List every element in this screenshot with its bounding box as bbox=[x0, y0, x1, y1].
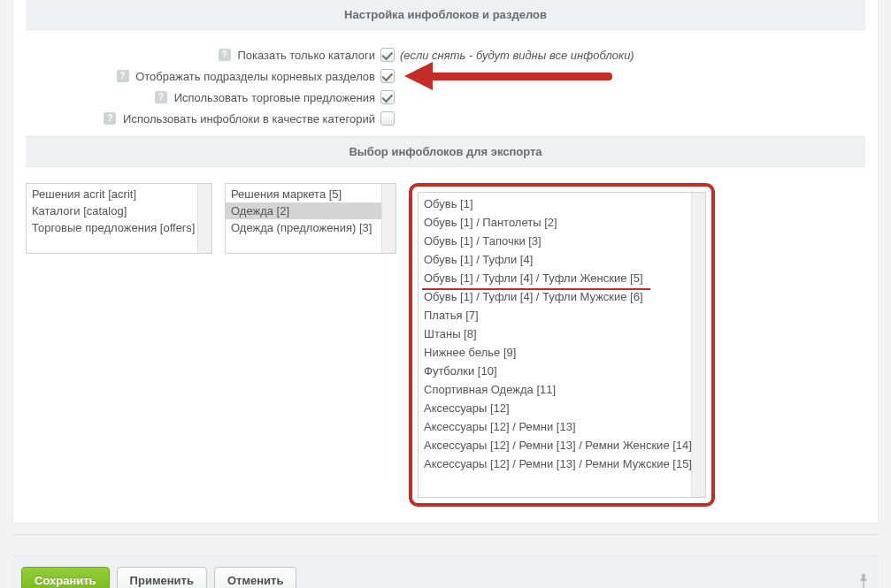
save-button[interactable]: Сохранить bbox=[21, 567, 110, 588]
list-item[interactable]: Торговые предложения [offers] bbox=[27, 219, 198, 236]
list-item[interactable]: Футболки [10] bbox=[419, 362, 692, 380]
setting-row-iblocks-as-categories: ? Использовать инфоблоки в качестве кате… bbox=[26, 108, 865, 129]
scrollbar[interactable] bbox=[381, 184, 396, 253]
settings-block: ? Показать только каталоги (если снять -… bbox=[13, 30, 878, 136]
section-heading-settings: Настройка инфоблоков и разделов bbox=[26, 0, 865, 30]
label-text: Использовать инфоблоки в качестве катего… bbox=[123, 112, 375, 126]
list-item[interactable]: Аксессуары [12] bbox=[419, 399, 692, 417]
listbox-inner: Решения маркета [5] Одежда [2] Одежда (п… bbox=[226, 184, 382, 253]
help-icon[interactable]: ? bbox=[219, 49, 231, 61]
list-item[interactable]: Платья [7] bbox=[419, 306, 692, 325]
list-item[interactable]: Решения acrit [acrit] bbox=[27, 186, 198, 202]
setting-label: ? Использовать торговые предложения bbox=[26, 91, 380, 104]
list-item[interactable]: Нижнее белье [9] bbox=[419, 343, 692, 362]
listbox-inner: Обувь [1]Обувь [1] / Пантолеты [2]Обувь … bbox=[419, 193, 692, 497]
listbox-sections[interactable]: Обувь [1]Обувь [1] / Пантолеты [2]Обувь … bbox=[418, 192, 706, 498]
list-item[interactable]: Аксессуары [12] / Ремни [13] / Ремни Жен… bbox=[419, 436, 692, 454]
setting-row-trade-offers: ? Использовать торговые предложения bbox=[26, 87, 865, 108]
list-item[interactable]: Одежда (предложения) [3] bbox=[226, 219, 382, 236]
setting-row-show-catalogs: ? Показать только каталоги (если снять -… bbox=[26, 44, 865, 65]
list-item[interactable]: Каталоги [catalog] bbox=[27, 202, 198, 219]
selects-row: Решения acrit [acrit] Каталоги [catalog]… bbox=[13, 167, 878, 510]
list-item[interactable]: Обувь [1] / Туфли [4] bbox=[419, 250, 692, 269]
checkbox-trade-offers[interactable] bbox=[380, 90, 395, 104]
label-text: Показать только каталоги bbox=[237, 49, 375, 62]
list-item[interactable]: Одежда [2] bbox=[226, 202, 382, 219]
checkbox-iblocks-as-categories[interactable] bbox=[380, 111, 395, 126]
hint-text: (если снять - будут видны все инфоблоки) bbox=[400, 49, 634, 62]
divider bbox=[12, 534, 879, 538]
apply-button[interactable]: Применить bbox=[117, 567, 207, 588]
setting-label: ? Использовать инфоблоки в качестве кате… bbox=[26, 112, 380, 126]
list-item[interactable]: Штаны [8] bbox=[419, 325, 692, 343]
listbox-inner: Решения acrit [acrit] Каталоги [catalog]… bbox=[27, 184, 198, 253]
list-item[interactable]: Обувь [1] / Пантолеты [2] bbox=[419, 213, 692, 232]
cancel-button[interactable]: Отменить bbox=[214, 567, 297, 588]
list-item[interactable]: Обувь [1] / Туфли [4] / Туфли Женские [5… bbox=[419, 269, 692, 287]
list-item[interactable]: Решения маркета [5] bbox=[226, 186, 382, 202]
setting-label: ? Отображать подразделы корневых раздело… bbox=[26, 70, 380, 83]
list-item[interactable]: Аксессуары [12] / Ремни [13] bbox=[419, 417, 692, 436]
settings-panel: Настройка инфоблоков и разделов ? Показа… bbox=[12, 0, 879, 523]
listbox-iblocks[interactable]: Решения маркета [5] Одежда [2] Одежда (п… bbox=[225, 183, 396, 254]
setting-label: ? Показать только каталоги bbox=[26, 49, 380, 62]
annotation-underline bbox=[422, 288, 650, 290]
section-heading-export: Выбор инфоблоков для экспорта bbox=[26, 136, 865, 167]
list-item[interactable]: Обувь [1] / Туфли [4] / Туфли Мужские [6… bbox=[419, 287, 692, 306]
scrollbar[interactable] bbox=[197, 184, 211, 253]
annotation-highlight-box: Обувь [1]Обувь [1] / Пантолеты [2]Обувь … bbox=[409, 183, 715, 507]
list-item[interactable]: Спортивная Одежда [11] bbox=[419, 380, 692, 399]
list-item[interactable]: Обувь [1] / Тапочки [3] bbox=[419, 232, 692, 250]
checkbox-show-catalogs[interactable] bbox=[380, 48, 395, 62]
list-item[interactable]: Обувь [1] bbox=[419, 195, 692, 213]
pin-icon[interactable] bbox=[857, 574, 870, 588]
help-icon[interactable]: ? bbox=[155, 91, 167, 103]
listbox-iblock-types[interactable]: Решения acrit [acrit] Каталоги [catalog]… bbox=[26, 183, 212, 254]
label-text: Отображать подразделы корневых разделов bbox=[135, 70, 375, 83]
help-icon[interactable]: ? bbox=[104, 112, 116, 125]
help-icon[interactable]: ? bbox=[117, 70, 129, 82]
list-item[interactable]: Аксессуары [12] / Ремни [13] / Ремни Муж… bbox=[419, 454, 692, 473]
setting-row-show-subsections: ? Отображать подразделы корневых раздело… bbox=[26, 65, 865, 87]
label-text: Использовать торговые предложения bbox=[174, 91, 375, 104]
checkbox-show-subsections[interactable] bbox=[380, 69, 395, 83]
footer-bar: Сохранить Применить Отменить bbox=[12, 555, 879, 588]
scrollbar[interactable] bbox=[691, 193, 705, 497]
